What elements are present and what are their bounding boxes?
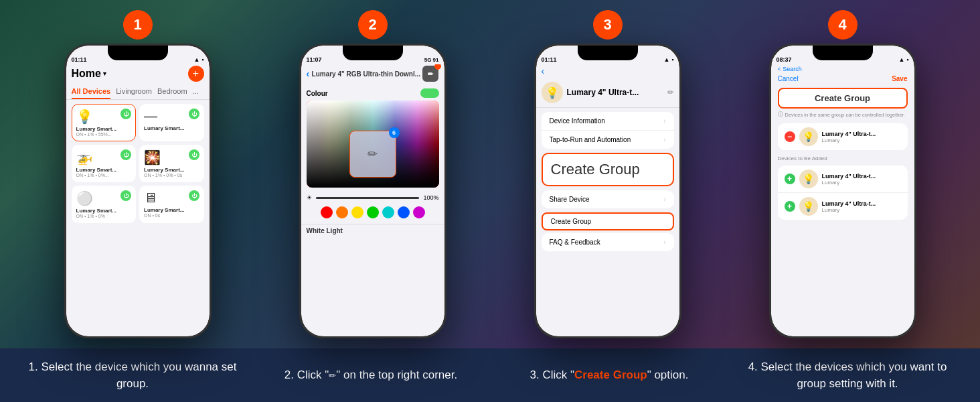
- power-btn-4[interactable]: ⏻: [189, 149, 199, 160]
- edit-icon-3[interactable]: ✏: [667, 88, 674, 97]
- edit-icon-inline: ✏: [329, 371, 336, 381]
- menu-device-info-label: Device Information: [550, 117, 605, 125]
- phone-2-icons: 5G 91: [424, 57, 439, 63]
- device-card-2[interactable]: ⏻ — Lumary Smart...: [139, 104, 204, 141]
- power-btn-1[interactable]: ⏻: [120, 109, 131, 119]
- info-icon: ⓘ: [778, 111, 783, 118]
- back-arrow-3[interactable]: ‹: [542, 66, 545, 76]
- device-name-added-1: Lumary 4" Ultra-t...: [822, 131, 901, 137]
- create-group-small[interactable]: Create Group: [542, 212, 674, 230]
- pencil-cursor-icon: ✏: [368, 147, 378, 161]
- menu-device-info[interactable]: Device Information ›: [542, 112, 674, 131]
- wifi-icon-4: ▲: [898, 56, 904, 63]
- phone-4-notch: [813, 46, 873, 60]
- swatch-green[interactable]: [367, 206, 379, 218]
- device-card-1[interactable]: ⏻ 💡 Lumary Smart... ON • 1% • 55%...: [72, 104, 137, 141]
- device-card-6[interactable]: ⏻ 🖥 Lumary Smart... ON • 0s: [139, 186, 204, 223]
- device-status-3: ON • 1% • 0%...: [76, 173, 132, 178]
- step-2-number: 2: [358, 10, 388, 40]
- phone-4-header: Cancel Save: [771, 74, 914, 85]
- white-light-label: White Light: [301, 224, 444, 237]
- menu-tap-to-run[interactable]: Tap-to-Run and Automation ›: [542, 131, 674, 149]
- tab-more[interactable]: ...: [193, 84, 199, 99]
- step-1-text: 1. Select the device which you wanna set…: [25, 358, 240, 393]
- step-1-wrapper: 1 01:11 ▲ ▪ Home ▾ +: [64, 17, 212, 338]
- step-4-number: 4: [828, 10, 858, 40]
- device-status-5: ON • 1% • 0%: [76, 214, 132, 218]
- power-btn-2[interactable]: ⏻: [189, 109, 199, 119]
- menu-faq-label: FAQ & Feedback: [550, 239, 600, 246]
- device-status-1: ON • 1% • 55%...: [76, 132, 132, 137]
- tab-all-devices[interactable]: All Devices: [72, 84, 111, 99]
- badge-count: 6: [389, 127, 400, 138]
- phone-2-time: 11:07: [307, 56, 322, 63]
- group-hint-text: Devices in the same group can be control…: [785, 112, 905, 118]
- create-group-big[interactable]: Create Group: [542, 153, 674, 186]
- phone-2-screen: 11:07 5G 91 ‹ Lumary 4" RGB Ultra-thin D…: [301, 46, 444, 336]
- step-3-post: " option.: [647, 368, 689, 381]
- remove-device-button-1[interactable]: −: [785, 131, 795, 142]
- colour-picker[interactable]: ✏ 6: [307, 100, 439, 188]
- menu-faq[interactable]: FAQ & Feedback ›: [542, 233, 674, 251]
- colour-toggle[interactable]: [420, 88, 439, 98]
- home-label: Home ▾: [72, 68, 106, 80]
- battery-icon-3: ▪: [671, 56, 673, 63]
- home-text: Home: [72, 68, 101, 80]
- colour-swatches: [301, 204, 444, 221]
- edit-icon-button[interactable]: ✏: [422, 66, 438, 82]
- step-2-post: " on the top right corner.: [336, 368, 457, 381]
- device-added-1: − 💡 Lumary 4" Ultra-t... Lumary: [778, 123, 908, 150]
- step-2-wrapper: 2 11:07 5G 91 ‹ Lumary 4" RGB Ultra-thin…: [299, 17, 446, 338]
- device-card-5[interactable]: ⏻ ⚪ Lumary Smart... ON • 1% • 0%: [72, 186, 137, 223]
- device-info-to-add-1: Lumary 4" Ultra-t... Lumary: [822, 173, 901, 186]
- save-button[interactable]: Save: [892, 75, 907, 82]
- wifi-icon: ▲: [193, 56, 199, 63]
- swatch-red[interactable]: [321, 206, 333, 218]
- device-name-2: Lumary Smart...: [144, 125, 199, 131]
- menu-tap-to-run-label: Tap-to-Run and Automation: [550, 136, 631, 143]
- tab-bedroom[interactable]: Bedroom: [157, 84, 187, 99]
- swatch-purple[interactable]: [413, 206, 425, 218]
- brightness-value: 100%: [423, 194, 438, 201]
- phone-1-notch: [108, 46, 168, 60]
- step-2-pre: 2. Click ": [284, 368, 329, 381]
- step-3-pre: 3. Click ": [530, 368, 575, 381]
- brightness-bar[interactable]: [316, 197, 420, 199]
- swatch-teal[interactable]: [382, 206, 394, 218]
- home-chevron-icon: ▾: [103, 70, 106, 77]
- colour-picker-cursor: ✏ 6: [349, 131, 396, 178]
- menu-share-device[interactable]: Share Device ›: [542, 190, 674, 208]
- swatch-orange[interactable]: [336, 206, 348, 218]
- phone-3-screen: 01:11 ▲ ▪ ‹ 💡 Lumary 4" Ultra-t... ✏: [536, 46, 679, 336]
- colour-text: Colour: [307, 90, 328, 97]
- search-label[interactable]: < Search: [771, 64, 914, 74]
- phone-3-time: 01:11: [542, 56, 557, 63]
- power-btn-6[interactable]: ⏻: [189, 190, 199, 201]
- device-brand-to-add-2: Lumary: [822, 207, 901, 213]
- power-btn-5[interactable]: ⏻: [120, 190, 131, 201]
- step-1-number: 1: [123, 10, 153, 40]
- devices-to-add-label: Devices to Be Added: [771, 153, 914, 163]
- brightness-row: ☀ 100%: [301, 190, 444, 204]
- power-btn-3[interactable]: ⏻: [120, 149, 131, 160]
- swatch-yellow[interactable]: [351, 206, 363, 218]
- step-3-number: 3: [593, 10, 623, 40]
- step-4-text: 4. Select the devices which you want to …: [740, 358, 955, 393]
- device-card-3[interactable]: ⏻ 🚁 Lumary Smart... ON • 1% • 0%...: [72, 145, 137, 182]
- brightness-fill: [316, 197, 420, 199]
- back-arrow-2[interactable]: ‹: [307, 68, 310, 79]
- phone-3-header: ‹: [536, 64, 679, 79]
- device-avatar-3: 💡: [542, 82, 563, 103]
- add-device-button-1[interactable]: +: [785, 174, 795, 184]
- device-name-5: Lumary Smart...: [76, 208, 132, 214]
- device-card-4[interactable]: ⏻ 🎇 Lumary Smart... ON • 1% • 0% • 0s: [139, 145, 204, 182]
- phone-2-title: Lumary 4" RGB Ultra-thin Downl...: [312, 70, 421, 78]
- step-3-text: 3. Click "Create Group" option.: [502, 366, 716, 384]
- phone-2: 11:07 5G 91 ‹ Lumary 4" RGB Ultra-thin D…: [299, 44, 446, 338]
- swatch-blue[interactable]: [398, 206, 410, 218]
- add-device-button[interactable]: +: [188, 66, 204, 82]
- add-device-button-2[interactable]: +: [785, 201, 795, 212]
- tab-livingroom[interactable]: Livingroom: [116, 84, 152, 99]
- cancel-button[interactable]: Cancel: [778, 75, 799, 82]
- phone-1-status-icons: ▲ ▪: [193, 56, 203, 63]
